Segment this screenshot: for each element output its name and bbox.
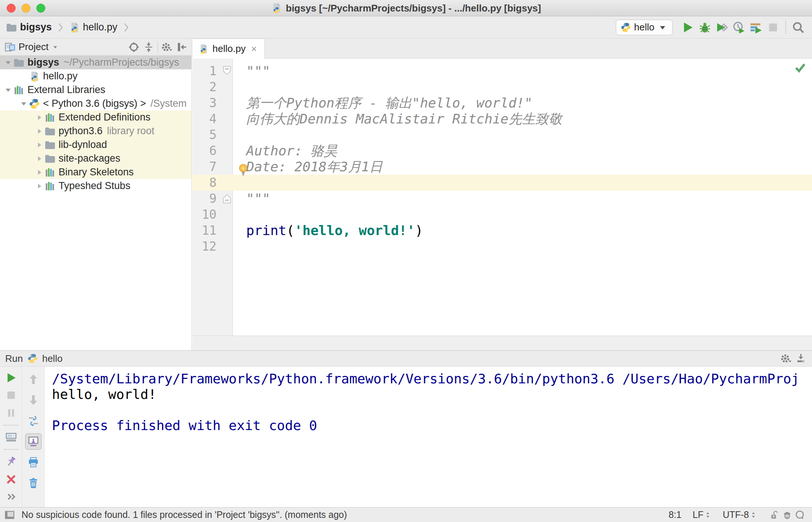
editor-line: 1"""	[192, 63, 812, 79]
down-arrow-button[interactable]	[25, 392, 42, 408]
tree-row[interactable]: External Libraries	[0, 83, 191, 97]
profiler-button[interactable]	[730, 19, 747, 36]
minimize-window-button[interactable]	[22, 4, 30, 13]
run-panel-title: Run	[5, 353, 23, 364]
run-with-coverage-button[interactable]	[713, 19, 730, 36]
expander-icon[interactable]	[34, 140, 44, 150]
tree-row[interactable]: Binary Skeletons	[0, 165, 191, 179]
fold-marker-icon[interactable]	[222, 65, 232, 77]
scroll-to-end-button[interactable]	[25, 433, 42, 450]
run-console[interactable]: /System/Library/Frameworks/Python.framew…	[44, 367, 812, 507]
tree-row[interactable]: site-packages	[0, 152, 191, 165]
settings-button[interactable]	[779, 351, 793, 366]
expander-icon[interactable]	[34, 167, 44, 178]
concurrency-diagram-icon	[750, 21, 762, 34]
close-button[interactable]	[3, 473, 19, 486]
gutter-cell[interactable]: 9	[192, 191, 233, 207]
expander-icon[interactable]	[34, 181, 44, 191]
line-separator-widget[interactable]: LF	[693, 509, 712, 520]
code-line: Author: 骆昊	[233, 143, 812, 159]
close-tab-icon[interactable]	[250, 44, 258, 53]
tree-item-label: hello.py	[43, 70, 77, 82]
gutter-cell[interactable]: 11	[192, 222, 233, 238]
chevron-down-icon[interactable]	[52, 43, 59, 51]
pin-button[interactable]	[3, 455, 19, 468]
python-logo-icon	[621, 22, 631, 33]
expander-icon[interactable]	[3, 57, 13, 68]
rerun-button[interactable]	[3, 371, 19, 384]
hector-button[interactable]	[781, 509, 793, 521]
code-editor[interactable]: 1"""2 3第一个Python程序 - 输出"hello, world!"4向…	[192, 59, 812, 336]
gutter-cell[interactable]: 8	[192, 175, 233, 191]
run-configuration-select[interactable]: hello	[616, 20, 673, 35]
expander-icon[interactable]	[34, 112, 44, 123]
unlock-button[interactable]	[768, 509, 781, 521]
expander-icon[interactable]	[34, 153, 44, 164]
python-file-icon	[271, 3, 282, 14]
code-line: print('hello, world!')	[233, 222, 812, 238]
tree-row[interactable]: Extended Definitions	[0, 110, 191, 124]
editor-tab[interactable]: hello.py	[192, 39, 265, 59]
tree-row[interactable]: < Python 3.6 (bigsys) >/System	[0, 97, 191, 110]
gutter-cell[interactable]: 4	[192, 111, 233, 127]
tree-row[interactable]: Typeshed Stubs	[0, 179, 191, 193]
gutter-cell[interactable]: 3	[192, 95, 233, 111]
inspections-ok-icon[interactable]	[794, 62, 806, 73]
tri-right-icon	[35, 113, 43, 122]
tree-row[interactable]: lib-dynload	[0, 138, 191, 152]
hide-panel-button[interactable]	[174, 40, 189, 54]
editor-line: 6Author: 骆昊	[192, 143, 812, 159]
tree-row[interactable]: hello.py	[0, 69, 191, 83]
stop-button[interactable]	[3, 389, 19, 402]
close-window-button[interactable]	[7, 4, 16, 13]
tree-row[interactable]: python3.6library root	[0, 124, 191, 138]
editor-line: 12	[192, 238, 812, 254]
clear-all-button[interactable]	[25, 475, 42, 491]
settings-button[interactable]	[159, 40, 174, 54]
tri-right-icon	[35, 155, 43, 163]
gutter-cell[interactable]: 10	[192, 207, 233, 222]
project-panel-title[interactable]: Project	[19, 41, 49, 53]
gutter-cell[interactable]: 2	[192, 79, 233, 95]
up-arrow-button[interactable]	[25, 371, 42, 387]
separator	[4, 449, 19, 450]
restore-layout-button[interactable]	[3, 431, 19, 444]
search-everywhere-button[interactable]	[790, 19, 807, 36]
gutter-cell[interactable]: 1	[192, 63, 233, 79]
gutter-cell[interactable]: 6	[192, 143, 233, 159]
gutter-cell[interactable]: 7	[192, 159, 233, 175]
expander-icon[interactable]	[34, 126, 44, 136]
dock-down-button[interactable]	[793, 351, 808, 366]
print-button[interactable]	[25, 454, 42, 470]
expander-icon[interactable]	[19, 99, 29, 109]
tree-item-label: Binary Skeletons	[59, 166, 134, 178]
pause-button[interactable]	[3, 406, 19, 420]
breadcrumb-item[interactable]: bigsys	[20, 22, 52, 33]
caret-position-widget[interactable]: 8:1	[669, 509, 681, 520]
expander-icon[interactable]	[3, 85, 13, 95]
breadcrumb-item[interactable]: hello.py	[83, 22, 118, 33]
more-button[interactable]	[3, 490, 19, 503]
soft-wrap-button[interactable]	[25, 413, 42, 429]
gutter-cell[interactable]: 12	[192, 238, 233, 254]
run-panel-config-name[interactable]: hello	[42, 353, 63, 364]
intention-bulb-icon[interactable]	[237, 163, 250, 180]
debug-button[interactable]	[696, 19, 713, 36]
run-button[interactable]	[679, 19, 696, 36]
toolwindow-bars-toggle-icon[interactable]	[4, 510, 15, 520]
fold-marker-icon[interactable]	[222, 192, 232, 204]
unlock-icon	[769, 510, 780, 520]
feedback-button[interactable]	[793, 509, 806, 521]
stop-button[interactable]	[765, 19, 782, 36]
collapse-all-button[interactable]	[141, 40, 156, 54]
zoom-window-button[interactable]	[36, 4, 45, 13]
concurrency-diagram-button[interactable]	[747, 19, 765, 36]
tree-row[interactable]: bigsys~/PycharmProjects/bigsys	[0, 56, 191, 69]
project-tree[interactable]: bigsys~/PycharmProjects/bigsyshello.pyEx…	[0, 56, 191, 350]
code-line: """	[233, 63, 812, 79]
encoding-widget[interactable]: UTF-8	[723, 509, 757, 520]
gutter-cell[interactable]: 5	[192, 127, 233, 143]
locate-button[interactable]	[126, 40, 141, 54]
pycharm-window: bigsys [~/PycharmProjects/bigsys] - .../…	[0, 0, 812, 522]
editor-horizontal-scrollbar[interactable]	[192, 336, 812, 350]
